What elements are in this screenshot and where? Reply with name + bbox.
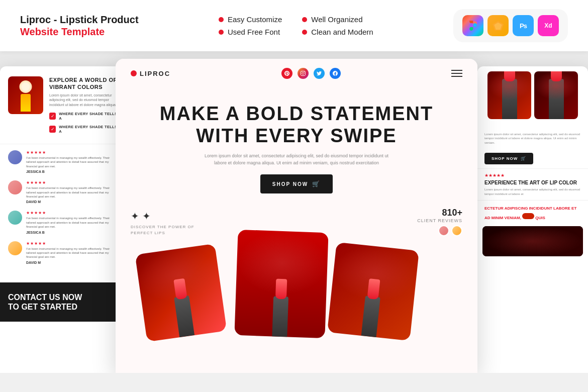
photoshop-icon: Ps — [513, 15, 534, 36]
mini-avatar-1 — [438, 225, 449, 236]
feature-dot — [219, 17, 224, 22]
lipstick-image-1 — [135, 244, 227, 342]
twitter-icon[interactable] — [314, 68, 325, 79]
checkbox-icon-2: ✓ — [49, 126, 56, 133]
review-name-4: DAVID M — [26, 261, 118, 264]
right-visual-2 — [534, 71, 578, 119]
feature-label-2: Used Free Font — [228, 28, 280, 36]
feature-item-4: Clean and Modern — [302, 28, 373, 36]
left-preview-card: EXPLORE A WORLD OF VIBRANT COLORS Lorem … — [0, 66, 126, 373]
mini-avatar-2 — [451, 225, 462, 236]
contact-text: CONTACT US NOW TO GET STARTED — [8, 292, 118, 312]
product-visual-3 — [327, 242, 419, 341]
right-desc-text: Lorem ipsum dolor sit amet, consectetur … — [477, 128, 588, 149]
review-avatar-2 — [8, 180, 22, 194]
right-product-img-1 — [487, 71, 531, 119]
right-smoke-2 — [534, 71, 578, 100]
dark-glow — [482, 226, 583, 256]
feature-dot — [219, 30, 224, 35]
header: Liproc - Lipstick Product Website Templa… — [0, 0, 588, 51]
left-checkbox-2: ✓ WHERE EVERY SHADE TELLS A — [49, 125, 118, 134]
right-swatch — [522, 213, 534, 219]
discover-block: ✦ ✦ DISCOVER THE POWER OF PERFECT LIPS — [131, 210, 194, 236]
checkbox-text-1: WHERE EVERY SHADE TELLS A — [59, 112, 118, 121]
right-cart-icon: 🛒 — [521, 156, 526, 161]
sparkle-icon: ✦ ✦ — [131, 210, 194, 222]
smoke-effect-1 — [135, 244, 222, 307]
right-art-title: EXPERIENCE THE ART OF LIP COLOR — [484, 180, 581, 185]
left-reviews-section: ★★★★★ I've been instrumental in managing… — [0, 144, 126, 277]
adobe-xd-icon: Xd — [538, 15, 559, 36]
discover-line1: DISCOVER THE POWER OF — [131, 225, 194, 229]
product-visual-1 — [135, 244, 227, 342]
review-item-4: ★★★★★ I've been instrumental in managing… — [8, 241, 118, 264]
smoke-effect-2 — [236, 230, 328, 296]
left-checkbox-1: ✓ WHERE EVERY SHADE TELLS A — [49, 112, 118, 121]
hero-desc: Lorem ipsum dolor sit amet, consectetur … — [201, 153, 392, 166]
main-area: EXPLORE A WORLD OF VIBRANT COLORS Lorem … — [0, 51, 588, 373]
cart-icon: 🛒 — [312, 180, 321, 187]
review-avatar-3 — [8, 211, 22, 225]
shop-now-button[interactable]: SHOP NOW 🛒 — [260, 174, 333, 193]
lipstick-image-2 — [234, 230, 328, 338]
right-shop-section: SHOP NOW 🛒 — [477, 149, 588, 168]
smoke-effect-3 — [331, 242, 419, 305]
hamburger-line-1 — [451, 70, 462, 71]
right-art-section: ★★★★★ EXPERIENCE THE ART OF LIP COLOR Lo… — [477, 168, 588, 200]
discover-text: DISCOVER THE POWER OF PERFECT LIPS — [131, 224, 194, 236]
feature-col-1: Easy Customize Used Free Font — [219, 15, 282, 36]
hamburger-menu[interactable] — [451, 70, 462, 77]
pinterest-icon[interactable] — [281, 68, 292, 79]
review-text-2: I've been instrumental in managing my we… — [26, 186, 118, 199]
feature-label-1: Easy Customize — [228, 15, 282, 24]
review-avatar-1 — [8, 150, 22, 164]
left-contact-section: CONTACT US NOW TO GET STARTED — [0, 282, 126, 322]
hamburger-line-2 — [451, 73, 462, 74]
hero-title-line2: WITH EVERY SWIPE — [136, 125, 457, 147]
instagram-icon[interactable] — [298, 68, 309, 79]
left-product-section: EXPLORE A WORLD OF VIBRANT COLORS Lorem … — [0, 66, 126, 144]
lipstick-images-area — [116, 236, 477, 337]
right-visual-1 — [487, 71, 531, 119]
swatch-1 — [522, 213, 534, 219]
feature-item-1: Easy Customize — [219, 15, 282, 24]
review-name-2: DAVID M — [26, 200, 118, 204]
right-shop-button[interactable]: SHOP NOW 🛒 — [484, 153, 533, 164]
feature-dot — [302, 30, 307, 35]
review-name-1: JESSICA B — [26, 170, 118, 173]
shop-btn-label: SHOP NOW — [272, 181, 308, 187]
reviews-label: CLIENT REVIEWS — [417, 218, 462, 223]
feature-dot — [302, 17, 307, 22]
right-top-section — [477, 66, 588, 128]
feature-col-2: Well Organized Clean and Modern — [302, 15, 373, 36]
review-item-3: ★★★★★ I've been instrumental in managing… — [8, 211, 118, 234]
left-product-desc: Lorem ipsum dolor sit amet, consectetur … — [49, 93, 118, 108]
lipstick-image-3 — [327, 242, 419, 341]
facebook-icon[interactable] — [330, 68, 341, 79]
review-avatar-4 — [8, 241, 22, 255]
right-lorem-highlight: QUIS — [535, 216, 545, 220]
review-stars-4: ★★★★★ — [26, 241, 118, 246]
right-product-img-2 — [534, 71, 578, 119]
right-bottom-section: ECTETUR ADIPISCING INCIDIDUNT LABORE ET … — [477, 200, 588, 226]
logo-text: LIPROC — [140, 70, 170, 77]
review-stars-3: ★★★★★ — [26, 211, 118, 215]
review-mini-avatars — [417, 225, 462, 236]
right-shop-btn-label: SHOP NOW — [492, 156, 518, 161]
header-title-sub: Website Template — [20, 26, 139, 38]
contact-line2: TO GET STARTED — [8, 303, 77, 311]
right-art-desc: Lorem ipsum dolor sit amet, consectetur … — [484, 187, 581, 196]
center-navbar: LIPROC — [116, 59, 477, 88]
review-name-3: JESSICA B — [26, 231, 118, 234]
right-product-grid — [482, 71, 583, 123]
hero-title: MAKE A BOLD STATEMENT WITH EVERY SWIPE — [136, 103, 457, 147]
review-text-1: I've been instrumental in managing my we… — [26, 156, 118, 168]
contact-line1: CONTACT US NOW — [8, 293, 82, 302]
reviews-counter: 810+ CLIENT REVIEWS — [417, 208, 462, 236]
figma-icon — [462, 15, 483, 36]
hamburger-line-3 — [451, 76, 462, 77]
right-lorem-text: ECTETUR ADIPISCING INCIDIDUNT LABORE ET … — [484, 206, 581, 221]
reviews-number: 810+ — [417, 208, 462, 218]
review-text-4: I've been instrumental in managing my we… — [26, 247, 118, 259]
sketch-icon — [487, 15, 509, 36]
